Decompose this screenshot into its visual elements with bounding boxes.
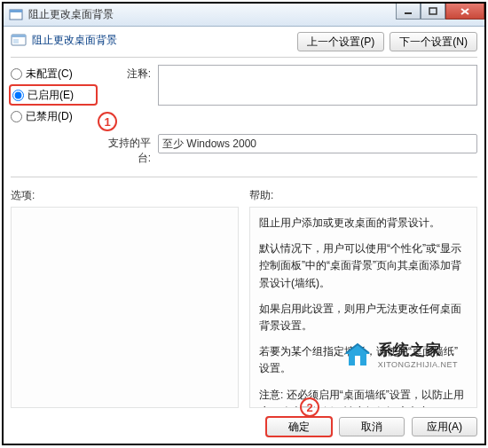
title-bar: 阻止更改桌面背景 xyxy=(4,4,484,27)
radio-disabled[interactable]: 已禁用(D) xyxy=(11,107,96,125)
svg-rect-7 xyxy=(12,35,26,37)
radio-not-configured[interactable]: 未配置(C) xyxy=(11,65,96,83)
help-p3: 如果启用此设置，则用户无法更改任何桌面背景设置。 xyxy=(259,301,468,334)
svg-rect-1 xyxy=(10,10,22,12)
help-p2: 默认情况下，用户可以使用“个性化”或“显示控制面板”中的“桌面背景”页向其桌面添… xyxy=(259,240,468,292)
window-icon xyxy=(9,8,23,22)
policy-title: 阻止更改桌面背景 xyxy=(32,33,117,48)
window-title: 阻止更改桌面背景 xyxy=(28,7,114,22)
help-p4: 若要为某个组指定墙纸，请使用“桌面墙纸”设置。 xyxy=(259,343,468,377)
cancel-button[interactable]: 取消 xyxy=(339,417,405,436)
platform-box: 至少 Windows 2000 xyxy=(158,134,477,153)
help-box: 阻止用户添加或更改桌面的背景设计。 默认情况下，用户可以使用“个性化”或“显示控… xyxy=(249,207,477,408)
apply-button[interactable]: 应用(A) xyxy=(412,417,477,436)
platform-label: 支持的平台: xyxy=(96,134,158,166)
platform-text: 至少 Windows 2000 xyxy=(162,137,256,152)
comment-label: 注释: xyxy=(96,65,158,82)
radio-enabled-input[interactable] xyxy=(12,90,24,101)
svg-rect-8 xyxy=(13,39,19,43)
ok-button[interactable]: 确定 xyxy=(266,417,332,436)
prev-setting-button[interactable]: 上一个设置(P) xyxy=(297,32,384,51)
help-p5: 注意: 还必须启用“桌面墙纸”设置，以防止用户更改桌面墙纸。请参阅知识库文章 Q… xyxy=(259,387,468,409)
divider-2 xyxy=(11,177,477,177)
radio-disabled-input[interactable] xyxy=(11,111,22,122)
radio-not-configured-input[interactable] xyxy=(11,68,22,80)
svg-rect-3 xyxy=(429,8,437,14)
next-setting-button[interactable]: 下一个设置(N) xyxy=(390,32,477,51)
options-box xyxy=(11,207,239,408)
divider xyxy=(11,57,477,58)
minimize-button[interactable] xyxy=(396,4,421,20)
policy-icon xyxy=(11,32,27,48)
close-button[interactable] xyxy=(445,4,484,20)
radio-enabled[interactable]: 已启用(E) xyxy=(11,86,96,104)
radio-not-configured-label: 未配置(C) xyxy=(26,67,73,82)
maximize-button[interactable] xyxy=(421,4,445,20)
radio-disabled-label: 已禁用(D) xyxy=(26,109,73,124)
help-p1: 阻止用户添加或更改桌面的背景设计。 xyxy=(259,215,468,232)
help-label: 帮助: xyxy=(249,188,477,203)
radio-enabled-label: 已启用(E) xyxy=(28,88,74,103)
options-label: 选项: xyxy=(11,188,239,203)
